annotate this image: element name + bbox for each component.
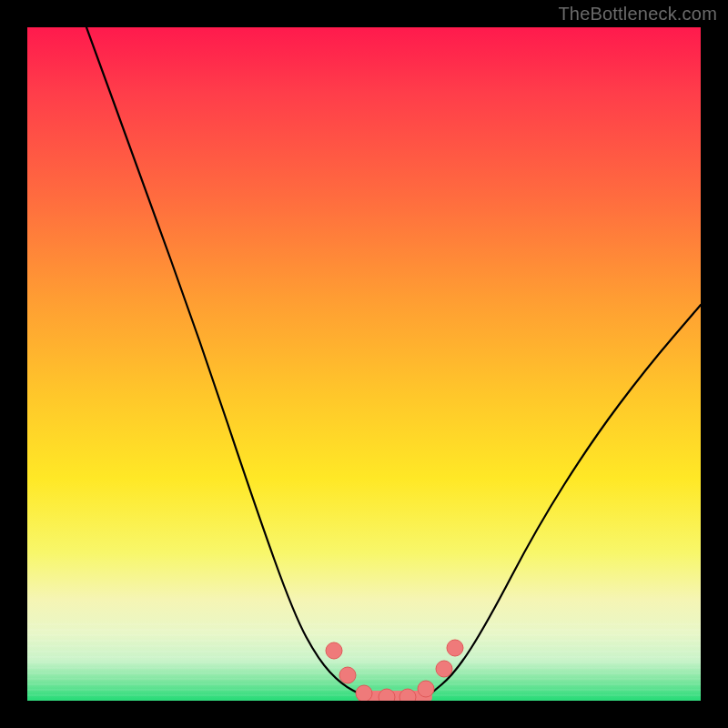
valley-marker	[339, 667, 356, 683]
watermark-label: TheBottleneck.com	[558, 4, 717, 25]
plot-area	[27, 27, 701, 701]
valley-marker	[356, 685, 372, 701]
curve-right-arm	[428, 305, 701, 696]
valley-marker	[326, 642, 342, 659]
curve-left-arm	[86, 27, 364, 696]
chart-frame: TheBottleneck.com	[0, 0, 728, 728]
valley-marker	[418, 681, 434, 697]
curve-paths	[86, 27, 701, 697]
valley-marker	[379, 689, 395, 701]
valley-marker	[447, 640, 463, 656]
curve-layer	[27, 27, 701, 701]
valley-marker	[436, 661, 452, 677]
valley-marker	[399, 689, 416, 701]
